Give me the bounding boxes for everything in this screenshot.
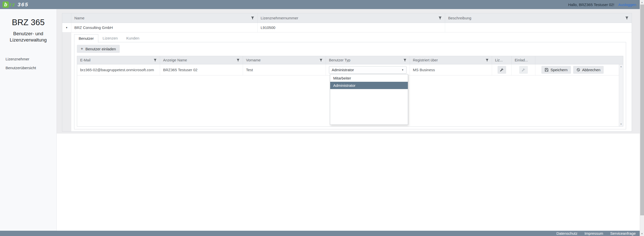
scroll-down-icon[interactable]: ▼	[620, 123, 622, 125]
licensee-description-cell	[445, 23, 632, 32]
tab-benutzer[interactable]: Benutzer	[74, 34, 98, 43]
cancel-icon	[576, 68, 580, 72]
page-scrollbar[interactable]: ▲ ▼	[640, 0, 644, 236]
column-label: Anzeige Name	[163, 58, 187, 62]
filter-icon[interactable]	[625, 16, 629, 20]
sidebar-title: BRZ 365	[0, 18, 56, 27]
tab-lizenzen[interactable]: Lizenzen	[98, 34, 122, 43]
column-label: Registriert über	[413, 58, 438, 62]
user-display-name-cell: BRZ365 Testuser 02	[160, 64, 243, 75]
column-label: Liz...	[495, 58, 503, 62]
column-label: E-Mail	[80, 58, 90, 62]
logo-text-365: 365	[18, 2, 29, 8]
column-header-registriert-ueber[interactable]: Registriert über	[410, 56, 492, 64]
logout-link[interactable]: Ausloggen	[618, 3, 636, 7]
brz-logo-icon: b	[3, 2, 9, 8]
footer-link-impressum[interactable]: Impressum	[585, 231, 603, 235]
column-label: Name	[74, 16, 84, 20]
filter-icon[interactable]	[403, 59, 407, 62]
cancel-button-label: Abbrechen	[582, 68, 601, 72]
column-label: Lizenznehmernummer	[261, 16, 298, 20]
plus-icon: +	[81, 46, 83, 51]
column-header-lizenznehmernummer[interactable]: Lizenznehmernummer	[258, 13, 445, 23]
column-label: Beschreibung	[448, 16, 471, 20]
expander-column-header	[62, 13, 71, 23]
scrollbar-thumb[interactable]	[640, 5, 644, 215]
column-header-lizenz[interactable]: Liz...	[492, 56, 512, 64]
main-content: Name Lizenznehmernummer Beschreibung	[57, 9, 640, 231]
sidebar-item-benutzeruebersicht[interactable]: Benutzerübersicht	[0, 63, 56, 72]
user-greeting: Hallo, BRZ365 Testuser 02!	[568, 3, 614, 7]
licensee-grid-zone: Name Lizenznehmernummer Beschreibung	[57, 9, 640, 134]
cancel-button[interactable]: Abbrechen	[573, 66, 604, 74]
column-label: Vorname	[246, 58, 261, 62]
license-wrench-button[interactable]	[498, 66, 506, 74]
dropdown-option-mitarbeiter[interactable]: Mitarbeiter	[330, 74, 408, 82]
invitation-wrench-button[interactable]	[519, 66, 528, 74]
column-header-email[interactable]: E-Mail	[77, 56, 160, 64]
licensee-detail-area: Benutzer Lizenzen Kunden + Benutzer einl…	[62, 32, 632, 131]
column-header-vorname[interactable]: Vorname	[243, 56, 326, 64]
wrench-icon	[500, 68, 504, 72]
user-invitation-cell	[512, 64, 535, 75]
column-header-actions	[535, 56, 623, 64]
user-grid-header: E-Mail Anzeige Name	[77, 56, 623, 64]
top-bar: b rz 365 Hallo, BRZ365 Testuser 02! Ausl…	[0, 0, 640, 9]
invite-user-button-label: Benutzer einladen	[85, 47, 116, 51]
user-license-cell	[492, 64, 512, 75]
chevron-down-icon: ▼	[402, 69, 404, 71]
topbar-user-area: Hallo, BRZ365 Testuser 02! Ausloggen	[568, 3, 636, 7]
filter-icon[interactable]	[319, 59, 323, 62]
wrench-icon	[522, 68, 525, 72]
column-header-beschreibung[interactable]: Beschreibung	[445, 13, 632, 23]
filter-icon[interactable]	[251, 16, 254, 20]
user-grid: E-Mail Anzeige Name	[77, 56, 623, 127]
sidebar-item-lizenznehmer[interactable]: Lizenznehmer	[0, 55, 56, 63]
footer-link-serviceanfrage[interactable]: Serviceanfrage	[610, 231, 636, 235]
user-type-select-value: Administrator	[332, 68, 354, 72]
save-icon	[545, 68, 548, 72]
user-registered-via-cell: MS Business	[410, 64, 492, 75]
filter-icon[interactable]	[485, 59, 489, 62]
filter-icon[interactable]	[438, 16, 442, 20]
sidebar-nav: Lizenznehmer Benutzerübersicht	[0, 55, 56, 72]
footer-link-datenschutz[interactable]: Datenschutz	[557, 231, 577, 235]
app-root: b rz 365 Hallo, BRZ365 Testuser 02! Ausl…	[0, 0, 644, 236]
column-label: Benutzer Typ	[329, 58, 350, 62]
column-header-anzeige-name[interactable]: Anzeige Name	[160, 56, 243, 64]
user-first-name-cell: Test	[243, 64, 326, 75]
scroll-up-icon[interactable]: ▲	[620, 65, 622, 68]
filter-icon[interactable]	[154, 59, 157, 62]
licensee-name-cell: BRZ Consulting GmbH	[71, 23, 258, 32]
brz365-logo: b rz 365	[3, 2, 29, 8]
user-type-dropdown-list: Mitarbeiter Administrator	[330, 74, 408, 125]
collapse-arrow-icon[interactable]: ▼	[66, 26, 68, 29]
sidebar-subtitle: Benutzer- und Lizenzverwaltung	[4, 31, 52, 43]
tab-kunden[interactable]: Kunden	[122, 34, 144, 43]
invite-user-button[interactable]: + Benutzer einladen	[77, 45, 120, 53]
scroll-up-icon[interactable]: ▲	[640, 0, 644, 4]
logo-text-rz: rz	[10, 2, 15, 8]
user-type-select[interactable]: Administrator ▼	[329, 66, 407, 74]
user-type-cell: Administrator ▼	[326, 64, 410, 75]
user-row-edit: brz365-02@baugruppetest.onmicrosoft.com …	[77, 64, 623, 75]
column-header-einladung[interactable]: Einlad...	[512, 56, 535, 64]
licensee-grid: Name Lizenznehmernummer Beschreibung	[62, 13, 632, 132]
licensee-grid-header: Name Lizenznehmernummer Beschreibung	[62, 13, 632, 23]
filter-icon[interactable]	[236, 59, 240, 62]
user-email-cell: brz365-02@baugruppetest.onmicrosoft.com	[77, 64, 160, 75]
detail-tabs: Benutzer Lizenzen Kunden	[74, 34, 144, 43]
column-header-name[interactable]: Name	[71, 13, 258, 23]
benutzer-tab-panel: + Benutzer einladen E-Mail	[74, 42, 626, 129]
column-label: Einlad...	[515, 58, 528, 62]
detail-left-gutter	[62, 32, 71, 131]
row-actions-cell: Speichern Abbrechen	[535, 64, 623, 75]
licensee-number-cell: L910500	[258, 23, 445, 32]
user-grid-scrollbar[interactable]: ▲ ▼	[619, 64, 623, 126]
dropdown-option-administrator[interactable]: Administrator	[330, 82, 408, 89]
save-button[interactable]: Speichern	[541, 66, 571, 74]
sidebar: BRZ 365 Benutzer- und Lizenzverwaltung L…	[0, 9, 57, 231]
column-header-benutzer-typ[interactable]: Benutzer Typ	[326, 56, 410, 64]
scroll-down-icon[interactable]: ▼	[640, 232, 644, 236]
licensee-row[interactable]: ▼ BRZ Consulting GmbH L910500	[62, 23, 632, 32]
